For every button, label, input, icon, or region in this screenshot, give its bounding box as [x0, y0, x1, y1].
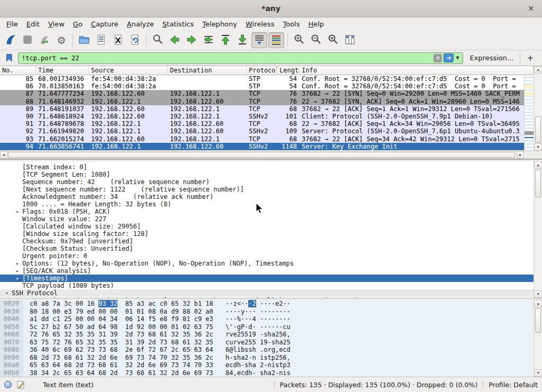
packet-list-minimap[interactable] — [524, 75, 534, 151]
detail-row[interactable]: ▸ [Timestamps] — [0, 275, 534, 282]
detail-row[interactable]: TCP payload (1080 bytes) — [0, 282, 534, 289]
detail-row[interactable]: ▾ SSH Protocol — [0, 289, 534, 297]
expand-arrow-icon[interactable]: ▾ — [2, 289, 12, 297]
expand-arrow-icon[interactable] — [13, 193, 22, 200]
hex-row[interactable]: 0090 68 2d 73 68 61 32 2d 6e 69 73 74 70… — [0, 354, 534, 362]
hex-row[interactable]: 0070 63 75 72 76 65 32 35 35 31 39 2d 73… — [0, 339, 534, 347]
hex-ascii[interactable]: h-sha2-n istp256, — [220, 354, 291, 362]
packet-row[interactable]: 90 71.648618924 192.168.122.60 192.168.1… — [0, 113, 524, 120]
expand-arrow-icon[interactable]: ▸ — [13, 260, 22, 267]
hex-row[interactable]: 0060 72 76 65 32 35 35 31 39 2d 73 68 61… — [0, 331, 534, 339]
menu-item[interactable]: File — [2, 19, 22, 30]
zoom-out-button[interactable] — [308, 32, 324, 48]
hex-bytes[interactable]: 72 76 65 32 35 35 31 39 2d 73 68 61 32 3… — [23, 331, 220, 339]
expand-arrow-icon[interactable] — [13, 282, 22, 289]
menu-item[interactable]: Wireless — [241, 19, 278, 30]
column-header[interactable]: Source — [89, 66, 168, 75]
menu-item[interactable]: Edit — [22, 19, 44, 30]
menu-item[interactable]: Statistics — [158, 19, 198, 30]
column-header[interactable]: No. — [0, 66, 36, 75]
menu-item[interactable]: Tools — [278, 19, 304, 30]
auto-scroll-toggle[interactable] — [251, 32, 267, 48]
menu-item[interactable]: Capture — [87, 19, 123, 30]
open-file-button[interactable] — [76, 32, 92, 48]
detail-row[interactable]: ▸ Flags: 0x018 (PSH, ACK) — [0, 208, 534, 215]
expand-arrow-icon[interactable] — [13, 178, 22, 186]
hex-ascii[interactable]: rve25519 -sha256, — [220, 331, 291, 339]
expand-arrow-icon[interactable] — [13, 245, 22, 252]
packet-row[interactable]: 93 71.662015274 192.168.122.60 192.168.1… — [0, 135, 524, 143]
detail-row[interactable]: 1000 .... = Header Length: 32 bytes (8) — [0, 200, 534, 208]
packet-row[interactable]: 86 70.013850163 fe:54:00:d4:38:2a STP 54… — [0, 83, 524, 90]
hex-bytes[interactable]: 36 40 6c 69 62 73 73 68 2e 6f 72 67 2c 6… — [23, 346, 220, 354]
column-header[interactable]: Destination — [168, 66, 247, 75]
hex-ascii[interactable]: ···%···4 ········ — [220, 315, 291, 323]
reload-file-button[interactable] — [127, 32, 143, 48]
zoom-in-button[interactable] — [291, 32, 307, 48]
scroll-up-icon[interactable]: ▲ — [534, 66, 542, 74]
scrollbar-thumb[interactable] — [535, 170, 541, 197]
profile-label[interactable]: Profile: Default — [489, 381, 538, 389]
hex-row[interactable]: 0040 a1 dd c1 25 00 00 04 34 06 14 f5 e8… — [0, 315, 534, 323]
expand-arrow-icon[interactable] — [13, 186, 22, 193]
hex-bytes[interactable]: 68 2d 73 68 61 32 2d 6e 69 73 74 70 32 3… — [23, 354, 220, 362]
filter-apply-button[interactable]: ➜ — [444, 53, 454, 62]
detail-row[interactable]: [Next sequence number: 1122 (relative se… — [0, 186, 534, 193]
column-header[interactable]: Info — [300, 66, 534, 75]
packet-row[interactable]: 88 71.648146932 192.168.122.1 192.168.12… — [0, 98, 524, 105]
add-filter-button[interactable]: + — [520, 53, 539, 63]
scrollbar-thumb[interactable] — [535, 116, 541, 143]
go-back-button[interactable] — [167, 32, 183, 48]
go-last-button[interactable] — [234, 32, 250, 48]
detail-row[interactable]: [Stream index: 0] — [0, 163, 534, 171]
capture-options-button[interactable]: ⚙ — [53, 32, 69, 48]
packet-row[interactable]: 92 71.661949820 192.168.122.1 192.168.12… — [0, 127, 524, 135]
hex-ascii[interactable]: ····y··· ········ — [220, 308, 291, 316]
close-file-button[interactable] — [110, 32, 126, 48]
expand-arrow-icon[interactable] — [13, 230, 22, 238]
detail-row[interactable]: ▸ [SEQ/ACK analysis] — [0, 267, 534, 275]
display-filter-input[interactable] — [22, 54, 433, 62]
expression-button[interactable]: Expression... — [466, 54, 517, 62]
scroll-down-icon[interactable]: ▼ — [534, 369, 542, 377]
expand-arrow-icon[interactable] — [13, 200, 22, 208]
expand-arrow-icon[interactable]: ▸ — [13, 267, 22, 275]
hex-vscrollbar[interactable]: ▲ ▼ — [534, 300, 542, 377]
packet-row[interactable]: 94 71.663856741 192.168.122.1 192.168.12… — [0, 143, 524, 150]
scrollbar-thumb[interactable] — [535, 308, 541, 333]
restart-capture-button[interactable] — [37, 32, 52, 48]
detail-row[interactable]: Window size value: 227 — [0, 215, 534, 223]
hex-ascii[interactable]: \'·gP·d· ······cu — [220, 323, 291, 331]
go-first-button[interactable] — [218, 32, 233, 48]
packet-list-vscrollbar[interactable]: ▲ ▼ — [534, 66, 542, 151]
hex-bytes[interactable]: 80 18 00 e3 79 ed 00 00 01 01 08 0a d9 8… — [23, 308, 220, 316]
menu-item[interactable]: View — [44, 19, 69, 30]
filter-bookmark-button[interactable] — [3, 52, 15, 64]
packet-row[interactable]: 89 71.648191037 192.168.122.60 192.168.1… — [0, 105, 524, 113]
go-forward-button[interactable] — [184, 32, 200, 48]
hex-bytes[interactable]: 5c 27 b2 67 50 ad 64 98 1d 92 00 00 01 0… — [23, 323, 220, 331]
expand-arrow-icon[interactable] — [13, 163, 22, 171]
hex-bytes[interactable]: c0 a8 7a 3c 00 16 93 32 85 a3 ac c0 65 3… — [23, 300, 220, 308]
detail-row[interactable]: ▸ Options: (12 bytes), No-Operation (NOP… — [0, 260, 534, 267]
column-header[interactable]: Length — [277, 66, 300, 75]
expand-arrow-icon[interactable]: ▸ — [13, 208, 22, 215]
hex-bytes[interactable]: 65 63 64 68 2d 73 68 61 32 2d 6e 69 73 7… — [23, 361, 220, 369]
detail-row[interactable]: Urgent pointer: 0 — [0, 252, 534, 260]
filter-history-dropdown[interactable]: ▼ — [454, 53, 461, 63]
hex-bytes[interactable]: 38 34 2c 65 63 64 68 2d 73 68 61 32 2d 6… — [23, 369, 220, 377]
display-filter-field[interactable]: ✕ ➜ ▼ — [18, 52, 463, 64]
hex-ascii[interactable]: curve255 19-sha25 — [220, 339, 291, 347]
menu-item[interactable]: Go — [69, 19, 87, 30]
hex-row[interactable]: 0050 5c 27 b2 67 50 ad 64 98 1d 92 00 00… — [0, 323, 534, 331]
details-vscrollbar[interactable]: ▲ ▼ — [534, 161, 542, 298]
menu-item[interactable]: Telephony — [198, 19, 241, 30]
packet-row[interactable]: 91 71.648789678 192.168.122.1 192.168.12… — [0, 120, 524, 127]
column-header[interactable]: Protocol — [247, 66, 277, 75]
title-bar[interactable]: *any ✕ — [0, 0, 542, 17]
detail-row[interactable]: [TCP Segment Len: 1080] — [0, 171, 534, 178]
packet-row[interactable]: 85 68.001734936 fe:54:00:d4:38:2a STP 54… — [0, 75, 524, 83]
go-to-packet-button[interactable] — [201, 32, 216, 48]
hex-ascii[interactable]: ecdh-sha 2-nistp3 — [220, 361, 291, 369]
menu-item[interactable]: Help — [304, 19, 328, 30]
